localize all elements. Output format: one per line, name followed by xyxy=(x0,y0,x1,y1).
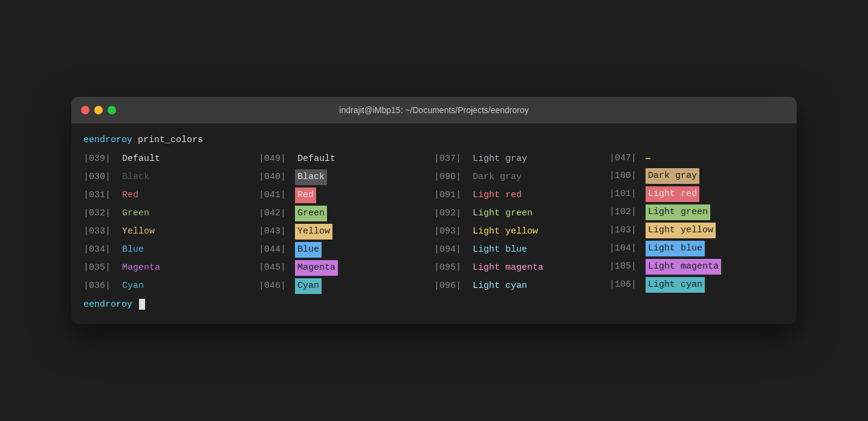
color-code: |096| xyxy=(434,279,470,293)
color-label xyxy=(646,158,650,159)
color-code: |095| xyxy=(434,261,470,275)
color-label: Light red xyxy=(646,186,699,202)
color-code: |094| xyxy=(434,243,470,257)
table-row: |103|Light yellow xyxy=(609,221,785,240)
color-label: Light green xyxy=(646,204,710,220)
color-grid: |039|Default|030|Black|031|Red|032|Green… xyxy=(83,150,785,295)
color-column-1: |049|Default|040|Black|041|Red|042|Green… xyxy=(259,150,434,295)
bottom-prompt: eendroroy xyxy=(83,299,132,310)
table-row: |047| xyxy=(609,150,785,167)
maximize-button[interactable] xyxy=(108,106,116,114)
color-label: Yellow xyxy=(295,224,332,240)
minimize-button[interactable] xyxy=(94,106,103,114)
titlebar: indrajit@iMbp15: ~/Documents/Projects/ee… xyxy=(71,97,797,123)
color-label: Blue xyxy=(120,242,146,258)
color-code: |045| xyxy=(259,261,295,275)
color-column-0: |039|Default|030|Black|031|Red|032|Green… xyxy=(83,150,259,295)
table-row: |030|Black xyxy=(83,168,259,186)
terminal-body[interactable]: eendroroy print_colors |039|Default|030|… xyxy=(71,123,797,324)
terminal-window: indrajit@iMbp15: ~/Documents/Projects/ee… xyxy=(71,97,797,324)
color-code: |046| xyxy=(259,279,295,293)
color-code: |047| xyxy=(609,151,646,166)
table-row: |046|Cyan xyxy=(259,277,434,295)
color-code: |100| xyxy=(609,169,646,183)
color-code: |031| xyxy=(83,188,120,203)
color-label: Red xyxy=(120,188,141,203)
color-code: |039| xyxy=(83,152,120,166)
close-button[interactable] xyxy=(81,106,89,114)
color-label: Dark gray xyxy=(646,168,699,184)
color-label: Black xyxy=(295,169,327,185)
table-row: |049|Default xyxy=(259,150,434,168)
table-row: |095|Light magenta xyxy=(434,259,609,277)
color-label: Magenta xyxy=(295,260,338,276)
table-row: |094|Light blue xyxy=(434,241,609,259)
table-row: |104|Light blue xyxy=(609,240,785,258)
color-label: Default xyxy=(120,151,163,167)
color-code: |091| xyxy=(434,188,470,203)
color-label: Light cyan xyxy=(470,278,530,294)
table-row: |042|Green xyxy=(259,204,434,223)
table-row: |090|Dark gray xyxy=(434,168,609,186)
color-code: |103| xyxy=(609,223,646,238)
table-row: |037|Light gray xyxy=(434,150,609,168)
color-code: |049| xyxy=(259,152,295,166)
color-label: Dark gray xyxy=(470,169,524,185)
color-code: |040| xyxy=(259,170,295,184)
color-label: Light magenta xyxy=(646,259,721,275)
color-code: |034| xyxy=(83,243,120,257)
color-label: Red xyxy=(295,188,316,203)
color-code: |092| xyxy=(434,206,470,221)
table-row: |041|Red xyxy=(259,186,434,204)
table-row: |100|Dark gray xyxy=(609,167,785,185)
color-code: |102| xyxy=(609,205,646,220)
table-row: |043|Yellow xyxy=(259,223,434,241)
table-row: |035|Magenta xyxy=(83,259,259,277)
color-column-3: |047||100|Dark gray|101|Light red|102|Li… xyxy=(609,150,785,295)
table-row: |034|Blue xyxy=(83,241,259,259)
command-text: print_colors xyxy=(138,135,203,145)
color-column-2: |037|Light gray|090|Dark gray|091|Light … xyxy=(434,150,609,295)
color-label: Light red xyxy=(470,188,524,203)
table-row: |044|Blue xyxy=(259,241,434,259)
color-label: Light yellow xyxy=(646,223,716,238)
color-code: |044| xyxy=(259,243,295,257)
cursor xyxy=(139,299,145,310)
table-row: |102|Light green xyxy=(609,203,785,221)
color-label: Black xyxy=(120,169,152,185)
color-code: |090| xyxy=(434,170,470,184)
color-code: |101| xyxy=(609,187,646,201)
table-row: |036|Cyan xyxy=(83,277,259,295)
color-label: Light green xyxy=(470,206,535,221)
bottom-prompt-line: eendroroy xyxy=(83,298,785,312)
color-label: Cyan xyxy=(295,278,322,294)
table-row: |031|Red xyxy=(83,186,259,204)
color-code: |032| xyxy=(83,206,120,221)
color-label: Cyan xyxy=(120,278,146,294)
table-row: |045|Magenta xyxy=(259,259,434,277)
color-code: |035| xyxy=(83,261,120,275)
color-label: Light gray xyxy=(470,151,530,167)
color-label: Default xyxy=(295,151,338,167)
color-code: |043| xyxy=(259,224,295,239)
table-row: |096|Light cyan xyxy=(434,277,609,295)
color-code: |042| xyxy=(259,206,295,221)
color-code: |041| xyxy=(259,188,295,203)
color-label: Yellow xyxy=(120,224,157,240)
table-row: |040|Black xyxy=(259,168,434,186)
table-row: |105|Light magenta xyxy=(609,258,785,276)
color-label: Magenta xyxy=(120,260,163,276)
table-row: |101|Light red xyxy=(609,185,785,203)
color-code: |106| xyxy=(609,278,646,292)
color-code: |030| xyxy=(83,170,120,184)
traffic-lights xyxy=(81,106,116,114)
table-row: |033|Yellow xyxy=(83,223,259,241)
color-code: |104| xyxy=(609,241,646,256)
command-line: eendroroy print_colors xyxy=(83,133,785,148)
table-row: |032|Green xyxy=(83,204,259,223)
table-row: |093|Light yellow xyxy=(434,223,609,241)
color-label: Light yellow xyxy=(470,224,540,240)
table-row: |106|Light cyan xyxy=(609,276,785,294)
color-label: Light magenta xyxy=(470,260,546,276)
window-title: indrajit@iMbp15: ~/Documents/Projects/ee… xyxy=(339,105,528,115)
